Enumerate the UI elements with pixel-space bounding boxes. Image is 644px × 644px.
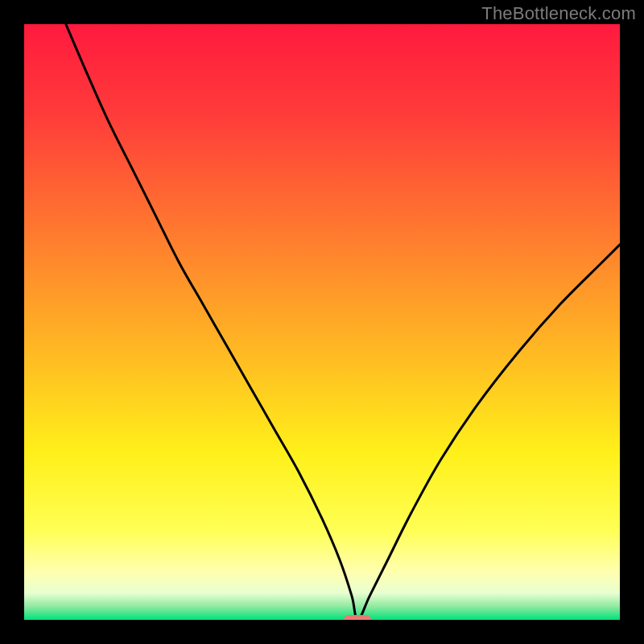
bottleneck-curve (24, 24, 620, 620)
optimal-point-marker (344, 615, 371, 620)
watermark-text: TheBottleneck.com (481, 3, 636, 24)
chart-frame: TheBottleneck.com (0, 0, 644, 644)
plot-area (24, 24, 620, 620)
